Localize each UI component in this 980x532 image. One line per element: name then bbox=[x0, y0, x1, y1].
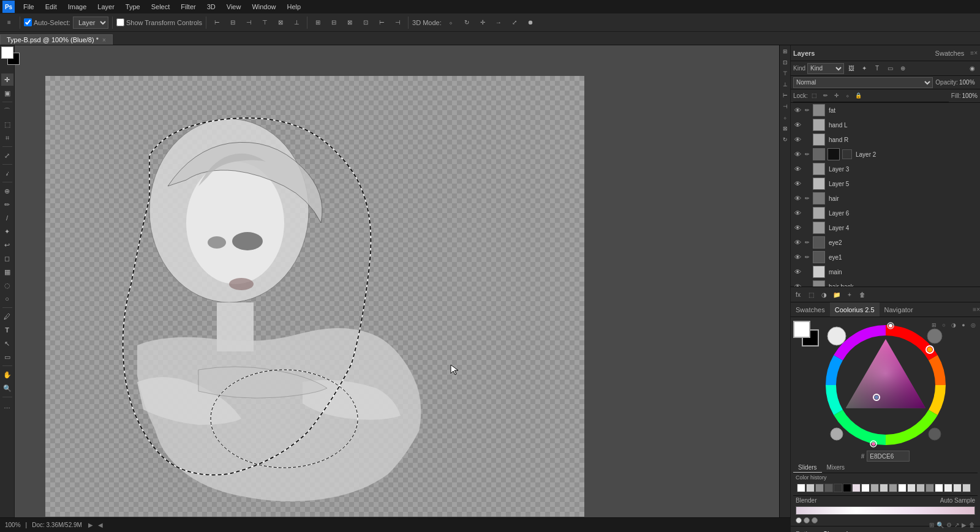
lock-pixels-btn[interactable]: ✏ bbox=[821, 91, 830, 100]
panel-icon-3[interactable]: ⊤ bbox=[780, 69, 790, 78]
pan-btn[interactable]: ✛ bbox=[476, 16, 489, 29]
mode-circle-2[interactable] bbox=[804, 517, 810, 523]
swatches-tab[interactable]: Swatches bbox=[791, 306, 830, 313]
path-select-tool[interactable]: ↖ bbox=[1, 337, 13, 350]
coolorius-tab[interactable]: Coolorius 2.5 bbox=[830, 302, 880, 317]
swatch-17[interactable] bbox=[953, 484, 962, 492]
swatch-5[interactable] bbox=[843, 484, 851, 492]
cw-ctrl2[interactable]: ○ bbox=[940, 321, 948, 329]
layer-item-layer5[interactable]: 👁 Layer 5 bbox=[791, 176, 980, 191]
pen-tool[interactable]: 🖊 bbox=[1, 310, 13, 323]
menu-3d[interactable]: 3D bbox=[202, 2, 221, 12]
menu-help[interactable]: Help bbox=[282, 2, 306, 12]
add-group-btn[interactable]: 📁 bbox=[831, 289, 842, 300]
menu-edit[interactable]: Edit bbox=[40, 2, 62, 12]
slide-btn[interactable]: → bbox=[492, 16, 505, 29]
align-top-btn[interactable]: ⊤ bbox=[258, 16, 271, 29]
add-adjustment-btn[interactable]: ◑ bbox=[818, 289, 829, 300]
eyedropper-tool[interactable]: 𝒾 bbox=[1, 167, 13, 179]
artboard-tool[interactable]: ▣ bbox=[1, 87, 13, 99]
blend-gradient-bar[interactable] bbox=[796, 506, 975, 515]
dist-m-btn[interactable]: ⊢ bbox=[375, 16, 388, 29]
blur-tool[interactable]: ◌ bbox=[1, 279, 13, 291]
paths-tab[interactable]: Paths bbox=[791, 530, 818, 533]
swatch-14[interactable] bbox=[925, 484, 934, 492]
eye-hairback[interactable]: 👁 bbox=[793, 282, 802, 287]
layer-item-eye1[interactable]: 👁 ✏ eye1 bbox=[791, 250, 980, 264]
panel-icon-2[interactable]: ⊡ bbox=[780, 58, 790, 67]
layer-item-hair[interactable]: 👁 ✏ hair bbox=[791, 191, 980, 206]
show-transform-checkbox[interactable] bbox=[116, 18, 124, 26]
swatch-1[interactable] bbox=[806, 484, 815, 492]
swatch-9[interactable] bbox=[880, 484, 888, 492]
swatch-7[interactable] bbox=[861, 484, 870, 492]
eye-hair[interactable]: 👁 bbox=[793, 194, 802, 203]
panel-icon-9[interactable]: ↻ bbox=[780, 135, 790, 144]
adj-filter-btn[interactable]: ✦ bbox=[859, 63, 870, 74]
brush-tool[interactable]: ✏ bbox=[1, 198, 13, 211]
color-preview-circle[interactable] bbox=[827, 327, 846, 345]
dark-slider-handle[interactable] bbox=[929, 428, 941, 440]
mode-circle-3[interactable] bbox=[812, 517, 818, 523]
lasso-tool[interactable]: ⌒ bbox=[1, 105, 13, 117]
menu-view[interactable]: View bbox=[222, 2, 246, 12]
cw-ctrl1[interactable]: ⊞ bbox=[930, 321, 938, 329]
shape-filter-btn[interactable]: ▭ bbox=[884, 63, 895, 74]
layer-item-fat[interactable]: 👁 ✏ fat bbox=[791, 103, 980, 118]
layer-item-handr[interactable]: 👁 hand R bbox=[791, 132, 980, 147]
swatch-3[interactable] bbox=[824, 484, 833, 492]
mode-circle-1[interactable] bbox=[796, 517, 802, 523]
layer-item-hairback[interactable]: 👁 hair back bbox=[791, 279, 980, 287]
panel-icon-7[interactable]: ⬦ bbox=[780, 113, 790, 122]
rotate-btn[interactable]: ↻ bbox=[460, 16, 473, 29]
menu-file[interactable]: File bbox=[18, 2, 39, 12]
record-btn[interactable]: ⏺ bbox=[524, 16, 537, 29]
swatch-8[interactable] bbox=[870, 484, 879, 492]
healing-tool[interactable]: ⊕ bbox=[1, 185, 13, 197]
dist-c-btn[interactable]: ⊟ bbox=[327, 16, 341, 29]
extra-tool[interactable]: … bbox=[1, 400, 13, 412]
panel-icon-1[interactable]: ⊞ bbox=[780, 47, 790, 56]
color-panel-expand-btn[interactable]: × bbox=[976, 306, 980, 313]
clone-stamp-tool[interactable]: ✦ bbox=[1, 225, 13, 238]
history-brush-tool[interactable]: ↩ bbox=[1, 239, 13, 251]
cw-ctrl5[interactable]: ◎ bbox=[969, 321, 978, 329]
canvas-area[interactable] bbox=[15, 45, 779, 517]
eye-layer2[interactable]: 👁 bbox=[793, 150, 802, 159]
swatch-13[interactable] bbox=[916, 484, 925, 492]
text-filter-btn[interactable]: T bbox=[872, 63, 883, 74]
color-hex-input[interactable] bbox=[867, 451, 910, 462]
lock-position-btn[interactable]: ✛ bbox=[832, 91, 841, 100]
type-tool[interactable]: T bbox=[1, 324, 13, 336]
eye-handr[interactable]: 👁 bbox=[793, 135, 802, 144]
align-left-btn[interactable]: ⊢ bbox=[210, 16, 224, 29]
auto-select-dropdown[interactable]: Layer bbox=[73, 17, 108, 29]
add-layer-btn[interactable]: + bbox=[844, 289, 855, 300]
layer-item-eye2[interactable]: 👁 ✏ eye2 bbox=[791, 235, 980, 250]
sliders-tab[interactable]: Sliders bbox=[793, 463, 822, 473]
panel-icon-8[interactable]: ⊠ bbox=[780, 124, 790, 133]
auto-select-checkbox[interactable] bbox=[24, 18, 32, 26]
lock-artboard-btn[interactable]: ⬦ bbox=[843, 91, 852, 100]
menu-layer[interactable]: Layer bbox=[92, 2, 119, 12]
color-wheel-svg[interactable] bbox=[821, 321, 950, 449]
align-right-btn[interactable]: ⊣ bbox=[242, 16, 255, 29]
eye-handl[interactable]: 👁 bbox=[793, 121, 802, 129]
opacity-value[interactable]: 100% bbox=[959, 79, 978, 86]
swatch-18[interactable] bbox=[962, 484, 971, 492]
crop-tool[interactable]: ⤢ bbox=[1, 149, 13, 162]
swatch-12[interactable] bbox=[907, 484, 916, 492]
cw-ctrl4[interactable]: ● bbox=[959, 321, 968, 329]
menu-filter[interactable]: Filter bbox=[176, 2, 200, 12]
eye-eye1[interactable]: 👁 bbox=[793, 253, 802, 261]
foreground-color-swatch[interactable] bbox=[1, 47, 13, 59]
panel-icon-6[interactable]: ⊣ bbox=[780, 102, 790, 111]
swatches-tab-label[interactable]: Swatches bbox=[935, 50, 965, 57]
eye-layer5[interactable]: 👁 bbox=[793, 179, 802, 188]
lock-all-btn[interactable]: 🔒 bbox=[854, 91, 863, 100]
layer-item-handl[interactable]: 👁 hand L bbox=[791, 118, 980, 132]
cw-ctrl3[interactable]: ◑ bbox=[949, 321, 958, 329]
add-style-btn[interactable]: fx bbox=[793, 289, 804, 300]
bright-slider-handle[interactable] bbox=[927, 329, 942, 343]
panel-icon-5[interactable]: ⊢ bbox=[780, 91, 790, 100]
